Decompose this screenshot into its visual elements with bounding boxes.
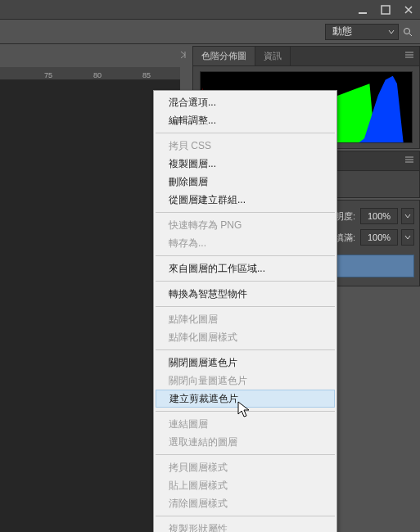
menu-item[interactable]: 關閉圖層遮色片 [154,354,336,372]
option-bar: 動態 [0,20,420,44]
opacity-value[interactable]: 100% [360,208,398,224]
ruler-mark: 85 [142,71,151,79]
menu-item: 清除圖層樣式 [154,494,336,512]
menu-item[interactable]: 轉換為智慧型物件 [154,285,336,303]
close-button[interactable] [397,2,420,18]
menu-separator [156,349,335,350]
menu-separator [156,255,335,256]
tab-info[interactable]: 資訊 [255,47,291,65]
menu-item: 拷貝 CSS [154,137,336,155]
search-icon[interactable] [402,26,413,38]
menu-item[interactable]: 編輯調整... [154,111,336,129]
svg-point-2 [404,28,410,34]
panel-tabs: 色階分佈圖 資訊 [193,47,419,66]
svg-rect-1 [382,6,390,14]
menu-item: 關閉向量圖遮色片 [154,372,336,390]
fill-label: 填滿: [335,232,355,244]
ruler-mark: 75 [44,71,52,79]
menu-separator [156,306,335,307]
panel-menu-icon[interactable] [404,155,416,166]
menu-item[interactable]: 複製圖層... [154,155,336,173]
menu-item: 連結圖層 [154,415,336,433]
opacity-slider-icon[interactable] [401,208,414,224]
layer-context-menu: 混合選項...編輯調整...拷貝 CSS複製圖層...刪除圖層從圖層建立群組..… [153,90,337,532]
maximize-button[interactable] [374,2,397,18]
menu-item: 貼上圖層樣式 [154,476,336,494]
menu-item[interactable]: 混合選項... [154,93,336,111]
collapse-arrow-icon[interactable] [178,50,190,61]
menu-separator [156,411,335,412]
tab-histogram[interactable]: 色階分佈圖 [193,47,255,65]
menu-separator [156,454,335,455]
svg-rect-0 [359,12,367,14]
panel-menu-icon[interactable] [404,50,416,61]
menu-item[interactable]: 建立剪裁遮色片 [156,390,335,408]
menu-item: 轉存為... [154,234,336,252]
menu-item: 選取連結的圖層 [154,433,336,451]
fill-value[interactable]: 100% [360,229,398,246]
menu-item: 快速轉存為 PNG [154,216,336,234]
fill-slider-icon[interactable] [401,229,414,246]
menu-item: 拷貝圖層樣式 [154,458,336,476]
minimize-button[interactable] [351,2,374,18]
menu-item: 點陣化圖層樣式 [154,328,336,346]
workspace-label: 動態 [332,25,352,38]
title-bar [0,0,420,20]
menu-item: 點陣化圖層 [154,310,336,328]
workspace-dropdown[interactable]: 動態 [325,24,399,40]
ruler-mark: 80 [93,71,102,79]
menu-item: 複製形狀屬性 [154,520,336,532]
menu-item[interactable]: 刪除圖層 [154,173,336,191]
menu-separator [156,281,335,282]
menu-separator [156,212,335,213]
chevron-down-icon [388,26,395,38]
horizontal-ruler: 75 80 85 [0,67,180,80]
menu-separator [156,516,335,516]
menu-item[interactable]: 來自圖層的工作區域... [154,259,336,277]
menu-item[interactable]: 從圖層建立群組... [154,191,336,209]
menu-separator [156,133,335,133]
